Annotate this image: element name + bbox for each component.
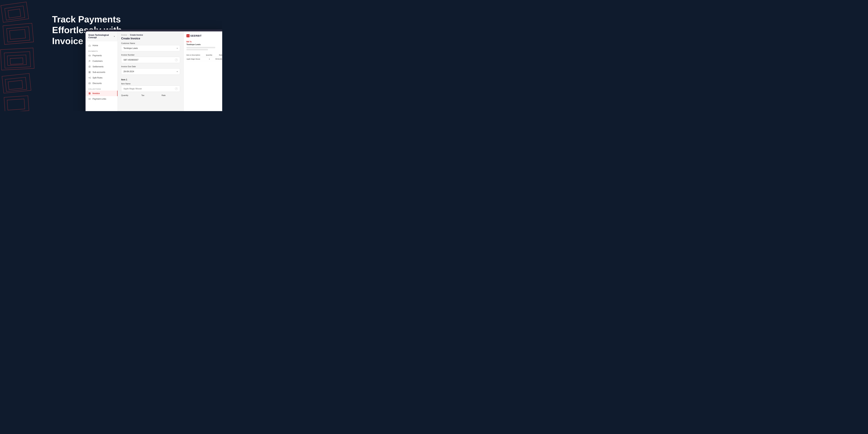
customer-name-value: Temitope Lewis [123, 47, 138, 50]
topbar-dot-3 [91, 30, 92, 31]
payment-links-icon [88, 98, 91, 100]
app-inner: Green Technological Concept ▾ Home PAYME… [86, 31, 222, 111]
sidebar-item-discounts-label: Discounts [93, 82, 102, 85]
main-content: Invoice › Create Invoice Create Invoice … [118, 31, 184, 111]
invoice-items-table: Item & Description Quantity Rate Apple M… [186, 53, 222, 61]
customer-name-field: Customer Name Temitope Lewis ▾ [121, 42, 180, 51]
item-name-field: Item Name ? [121, 83, 180, 92]
item-name-label: Item Name [121, 83, 180, 85]
sidebar-item-invoice-label: Invoice [93, 92, 100, 95]
svg-point-1 [89, 60, 90, 61]
row-item-rate: ₦ 89,000. [213, 58, 222, 60]
invoice-due-date-dropdown[interactable]: 28-09-2024 ▾ [121, 68, 180, 75]
invoice-preview-panel: S SEERBIT Bill To Temitope Lewis Item & … [184, 31, 222, 111]
sidebar-item-split-rules-label: Split Rules [93, 76, 102, 79]
invoice-table-header: Item & Description Quantity Rate [186, 53, 222, 57]
sidebar-item-settlements[interactable]: Settlements [86, 64, 118, 69]
sidebar-item-payments-label: Payments [93, 54, 102, 57]
col-header-qty: Quantity [206, 54, 212, 56]
payments-icon [88, 54, 91, 57]
svg-rect-6 [89, 72, 90, 73]
sidebar-navigation: Home PAYMENTS Payments [86, 41, 118, 111]
invoice-number-input-wrapper: ? [121, 57, 180, 63]
sidebar-item-customers[interactable]: Customers [86, 58, 118, 64]
col-header-item: Item & Description [186, 54, 205, 56]
bill-to-label: Bill To [186, 41, 222, 43]
address-line-1 [186, 47, 215, 48]
svg-point-12 [89, 84, 89, 84]
row-item-name: Apple Magic Mouse [186, 58, 206, 60]
sidebar-header[interactable]: Green Technological Concept ▾ [86, 31, 118, 41]
sidebar-item-sub-accounts[interactable]: Sub-accounts [86, 69, 118, 75]
qty-tax-rate-row: Quantity Tax Rate [121, 94, 180, 96]
sidebar-item-invoice[interactable]: Invoice [86, 91, 118, 96]
sidebar-brand: Green Technological Concept [88, 34, 113, 39]
discounts-icon [88, 82, 91, 85]
topbar-dot-2 [89, 30, 90, 31]
settlements-icon [88, 65, 91, 68]
sidebar-item-customers-label: Customers [93, 60, 102, 62]
chevron-down-icon: ▾ [177, 70, 178, 73]
address-line-2 [186, 49, 208, 50]
item-name-input[interactable] [123, 88, 175, 90]
sidebar-item-payment-links-label: Payment Links [93, 98, 106, 100]
sidebar-item-home[interactable]: Home [86, 43, 118, 48]
sub-accounts-icon [88, 71, 91, 73]
breadcrumb-separator: › [128, 34, 129, 36]
help-icon[interactable]: ? [175, 87, 178, 90]
sidebar-item-home-label: Home [93, 44, 98, 47]
invoice-due-date-field: Invoice Due Date 28-09-2024 ▾ [121, 65, 180, 75]
svg-rect-5 [90, 71, 91, 72]
svg-rect-11 [89, 83, 90, 84]
item-section-title: Item 1 [121, 77, 180, 83]
breadcrumb: Invoice › Create Invoice [118, 31, 184, 36]
sidebar-item-settlements-label: Settlements [93, 65, 103, 68]
sidebar-item-discounts[interactable]: Discounts [86, 81, 118, 86]
invoice-number-label: Invoice Number [121, 54, 180, 56]
svg-point-2 [90, 61, 90, 61]
customer-name-dropdown[interactable]: Temitope Lewis ▾ [121, 45, 180, 51]
bill-to-name: Temitope Lewis [186, 43, 222, 45]
sidebar-item-payments[interactable]: Payments [86, 53, 118, 58]
item-name-input-wrapper: ? [121, 86, 180, 92]
svg-point-10 [90, 78, 91, 79]
invoice-due-date-label: Invoice Due Date [121, 65, 180, 67]
breadcrumb-parent[interactable]: Invoice [121, 34, 127, 36]
breadcrumb-current: Create Invoice [130, 34, 143, 36]
page-title: Create Invoice [118, 36, 184, 42]
chevron-down-icon: ▾ [114, 35, 115, 37]
chevron-down-icon: ▾ [177, 47, 178, 50]
customers-icon [88, 60, 91, 62]
col-header-rate: Rate [213, 54, 222, 56]
invoice-icon [88, 92, 91, 95]
sidebar-item-payment-links[interactable]: Payment Links [86, 96, 118, 102]
invoice-number-field: Invoice Number ? [121, 54, 180, 63]
collections-section-label: COLLECTIONS [86, 86, 118, 91]
rate-label: Rate [162, 94, 180, 96]
mockup-topbar [86, 30, 222, 31]
home-icon [88, 44, 91, 47]
split-rules-icon [88, 76, 91, 79]
svg-point-9 [90, 77, 91, 78]
quantity-label: Quantity [121, 94, 140, 96]
help-icon[interactable]: ? [175, 59, 178, 61]
sidebar-item-sub-accounts-label: Sub-accounts [93, 71, 105, 73]
payments-section-label: PAYMENTS [86, 48, 118, 53]
svg-rect-0 [89, 55, 90, 56]
topbar-dot-1 [88, 30, 89, 31]
svg-point-8 [89, 78, 89, 78]
table-row: Apple Magic Mouse 1 ₦ 89,000. [186, 57, 222, 61]
customer-name-label: Customer Name [121, 42, 180, 44]
invoice-number-input[interactable] [123, 59, 175, 61]
create-invoice-form: Customer Name Temitope Lewis ▾ Invoice N… [118, 42, 184, 111]
sidebar: Green Technological Concept ▾ Home PAYME… [86, 31, 118, 111]
row-item-qty: 1 [207, 58, 212, 60]
invoice-due-date-value: 28-09-2024 [123, 70, 134, 73]
seerbit-brand-icon: S [186, 34, 190, 37]
svg-rect-7 [90, 72, 91, 73]
sidebar-item-split-rules[interactable]: Split Rules [86, 75, 118, 81]
seerbit-brand-text: SEERBIT [190, 34, 202, 37]
svg-rect-4 [89, 71, 90, 72]
app-mockup: Green Technological Concept ▾ Home PAYME… [85, 30, 222, 111]
seerbit-logo: S SEERBIT [186, 34, 222, 37]
